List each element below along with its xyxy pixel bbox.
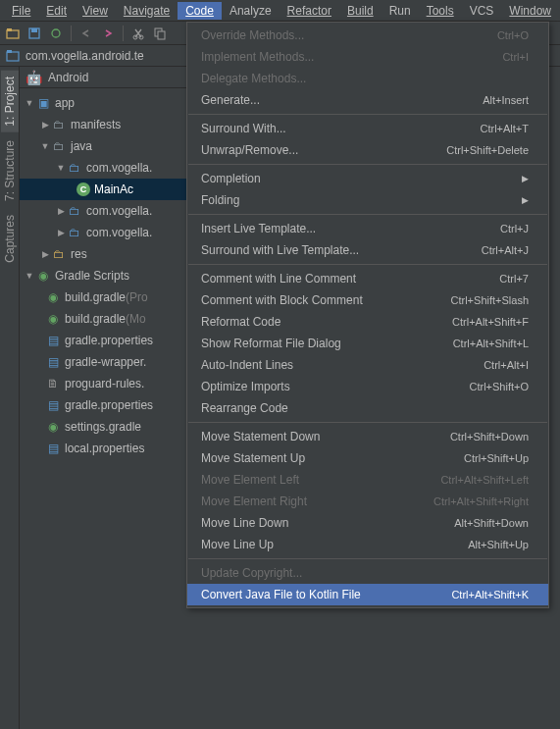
menu-block-comment[interactable]: Comment with Block CommentCtrl+Shift+Sla…	[187, 289, 548, 311]
tree-proguard[interactable]: 🗎proguard-rules.	[20, 373, 186, 394]
menu-update-copyright[interactable]: Update Copyright...	[187, 562, 548, 584]
expand-icon[interactable]: ▶	[55, 228, 67, 237]
menu-line-comment[interactable]: Comment with Line CommentCtrl+7	[187, 268, 548, 289]
tree-settings-gradle[interactable]: ◉settings.gradle	[20, 416, 186, 438]
menu-tools[interactable]: Tools	[419, 2, 462, 20]
menu-delegate-methods[interactable]: Delegate Methods...	[187, 68, 548, 89]
menu-convert-kotlin[interactable]: Convert Java File to Kotlin FileCtrl+Alt…	[187, 584, 548, 605]
project-panel: 🤖 Android ▼▣app ▶🗀manifests ▼🗀java ▼🗀com…	[20, 67, 186, 729]
redo-icon[interactable]	[99, 25, 117, 42]
cut-icon[interactable]	[129, 25, 147, 42]
expand-icon[interactable]: ▼	[55, 163, 67, 173]
tree-main-activity[interactable]: CMainAc	[20, 179, 186, 200]
menu-vcs[interactable]: VCS	[462, 2, 502, 20]
menu-elem-right[interactable]: Move Element RightCtrl+Alt+Shift+Right	[187, 491, 548, 512]
menu-code[interactable]: Code	[178, 2, 222, 20]
code-dropdown-menu: Override Methods...Ctrl+O Implement Meth…	[186, 22, 549, 608]
menu-override-methods[interactable]: Override Methods...Ctrl+O	[187, 25, 548, 46]
menu-navigate[interactable]: Navigate	[116, 2, 178, 20]
breadcrumb-project[interactable]: com.vogella.android.te	[25, 49, 144, 63]
menu-line-down[interactable]: Move Line DownAlt+Shift+Down	[187, 512, 548, 534]
menubar: File Edit View Navigate Code Analyze Ref…	[0, 0, 560, 22]
open-icon[interactable]	[4, 25, 22, 42]
expand-icon[interactable]: ▼	[24, 271, 35, 281]
menu-implement-methods[interactable]: Implement Methods...Ctrl+I	[187, 46, 548, 68]
properties-icon: ▤	[45, 354, 61, 370]
left-sidebar: 1: Project 7: Structure Captures	[0, 67, 20, 729]
menu-stmt-down[interactable]: Move Statement DownCtrl+Shift+Down	[187, 426, 548, 447]
menu-separator	[188, 264, 547, 265]
tree-gradle-scripts[interactable]: ▼◉Gradle Scripts	[20, 265, 186, 286]
menu-folding[interactable]: Folding▶	[187, 189, 548, 211]
tree-app[interactable]: ▼▣app	[20, 92, 186, 114]
project-icon	[6, 49, 20, 63]
menu-insert-template[interactable]: Insert Live Template...Ctrl+J	[187, 218, 548, 239]
menu-reformat-dialog[interactable]: Show Reformat File DialogCtrl+Alt+Shift+…	[187, 333, 548, 354]
folder-icon: 🗀	[51, 117, 67, 132]
menu-separator	[188, 422, 547, 423]
gradle-icon: ◉	[45, 311, 61, 327]
menu-separator	[188, 558, 547, 559]
android-icon: 🤖	[25, 70, 42, 85]
sidebar-tab-captures[interactable]: Captures	[1, 209, 19, 269]
tree-local-properties[interactable]: ▤local.properties	[20, 438, 186, 459]
menu-reformat[interactable]: Reformat CodeCtrl+Alt+Shift+F	[187, 311, 548, 333]
menu-separator	[188, 214, 547, 215]
menu-completion[interactable]: Completion▶	[187, 168, 548, 189]
properties-icon: ▤	[45, 333, 61, 348]
expand-icon[interactable]: ▼	[39, 141, 51, 151]
sidebar-tab-project[interactable]: 1: Project	[1, 71, 19, 132]
menu-run[interactable]: Run	[382, 2, 419, 20]
tree-build-gradle-module[interactable]: ◉build.gradle (Mo	[20, 308, 186, 330]
project-header[interactable]: 🤖 Android	[20, 67, 186, 88]
menu-surround-template[interactable]: Surround with Live Template...Ctrl+Alt+J	[187, 239, 548, 261]
undo-icon[interactable]	[77, 25, 95, 42]
menu-optimize-imports[interactable]: Optimize ImportsCtrl+Shift+O	[187, 376, 548, 397]
menu-generate[interactable]: Generate...Alt+Insert	[187, 89, 548, 111]
expand-icon[interactable]: ▼	[24, 98, 35, 108]
package-icon: 🗀	[67, 160, 82, 176]
tree-gradle-properties[interactable]: ▤gradle.properties	[20, 330, 186, 351]
tree-package[interactable]: ▶🗀com.vogella.	[20, 222, 186, 243]
tree-package[interactable]: ▶🗀com.vogella.	[20, 200, 186, 222]
module-icon: ▣	[35, 95, 51, 111]
menu-view[interactable]: View	[75, 2, 116, 20]
menu-auto-indent[interactable]: Auto-Indent LinesCtrl+Alt+I	[187, 354, 548, 376]
menu-surround-with[interactable]: Surround With...Ctrl+Alt+T	[187, 118, 548, 139]
menu-build[interactable]: Build	[339, 2, 382, 20]
tree-gradle-wrapper[interactable]: ▤gradle-wrapper.	[20, 351, 186, 373]
text-file-icon: 🗎	[45, 376, 61, 391]
tree-build-gradle-project[interactable]: ◉build.gradle (Pro	[20, 286, 186, 308]
properties-icon: ▤	[45, 441, 61, 456]
menu-stmt-up[interactable]: Move Statement UpCtrl+Shift+Up	[187, 447, 548, 469]
svg-rect-9	[7, 50, 12, 53]
expand-icon[interactable]: ▶	[39, 249, 51, 259]
expand-icon[interactable]: ▶	[39, 120, 51, 130]
tree-res[interactable]: ▶🗀res	[20, 243, 186, 265]
menu-rearrange[interactable]: Rearrange Code	[187, 397, 548, 419]
toolbar-separator	[123, 26, 124, 41]
menu-refactor[interactable]: Refactor	[280, 2, 339, 20]
menu-window[interactable]: Window	[501, 2, 559, 20]
menu-line-up[interactable]: Move Line UpAlt+Shift+Up	[187, 534, 548, 555]
expand-icon[interactable]: ▶	[55, 206, 67, 216]
svg-rect-3	[31, 28, 37, 32]
tree-java[interactable]: ▼🗀java	[20, 135, 186, 157]
project-view-label: Android	[48, 71, 88, 84]
menu-edit[interactable]: Edit	[38, 2, 75, 20]
menu-unwrap[interactable]: Unwrap/Remove...Ctrl+Shift+Delete	[187, 139, 548, 161]
tree-gradle-properties2[interactable]: ▤gradle.properties	[20, 394, 186, 416]
folder-icon: 🗀	[51, 246, 67, 262]
save-icon[interactable]	[25, 25, 43, 42]
menu-file[interactable]: File	[4, 2, 38, 20]
tree-manifests[interactable]: ▶🗀manifests	[20, 114, 186, 135]
sync-icon[interactable]	[47, 25, 65, 42]
folder-icon: 🗀	[51, 138, 67, 154]
sidebar-tab-structure[interactable]: 7: Structure	[1, 134, 19, 207]
copy-icon[interactable]	[151, 25, 169, 42]
menu-elem-left[interactable]: Move Element LeftCtrl+Alt+Shift+Left	[187, 469, 548, 491]
tree-package[interactable]: ▼🗀com.vogella.	[20, 157, 186, 179]
menu-analyze[interactable]: Analyze	[222, 2, 280, 20]
svg-rect-8	[7, 52, 19, 61]
toolbar-separator	[71, 26, 72, 41]
